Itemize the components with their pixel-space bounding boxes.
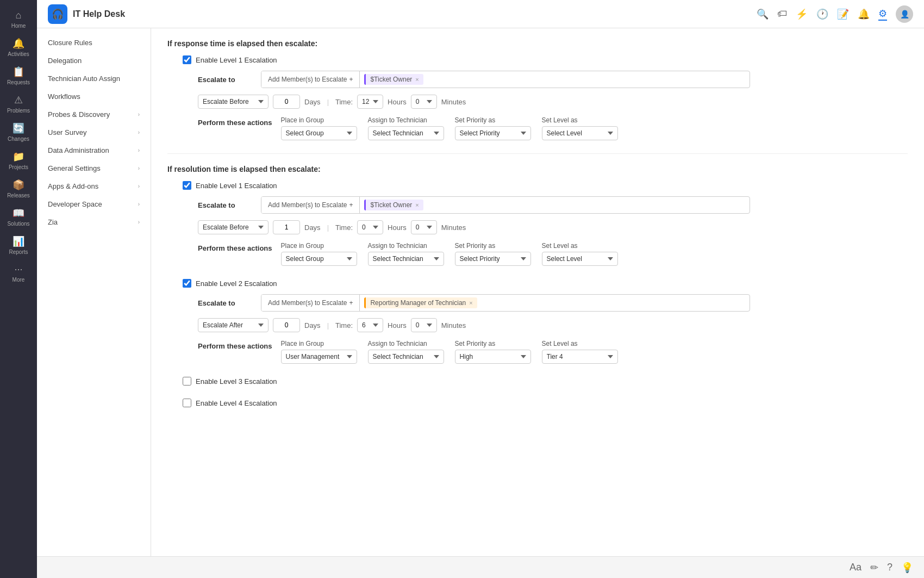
resolution-level1-timing-mode-select[interactable]: Escalate Before Escalate After <box>198 220 269 234</box>
activities-icon: 🔔 <box>13 38 24 49</box>
changes-icon: 🔄 <box>13 122 24 134</box>
response-level1-checkbox-row: Enable Level 1 Escalation <box>183 55 908 64</box>
resolution-level2-block: Enable Level 2 Escalation Escalate to Ad… <box>183 279 908 364</box>
settings-icon[interactable]: ⚙ <box>878 8 887 21</box>
resolution-level2-group-label: Place in Group <box>281 340 357 347</box>
sidebar-item-developer-space[interactable]: Developer Space › <box>37 195 151 213</box>
response-level1-tag-remove[interactable]: × <box>415 76 419 83</box>
response-level1-days-input[interactable] <box>273 95 300 109</box>
tag-icon[interactable]: 🏷 <box>777 8 787 20</box>
search-icon[interactable]: 🔍 <box>757 8 769 20</box>
resolution-level1-tag-remove[interactable]: × <box>415 202 419 208</box>
resolution-level2-group-field: Place in Group User Management Select Gr… <box>281 340 357 364</box>
sidebar-item-workflows[interactable]: Workflows <box>37 88 151 105</box>
sidebar-item-delegation[interactable]: Delegation <box>37 52 151 70</box>
resolution-level2-hours-select[interactable]: 0153045 <box>411 318 437 332</box>
nav-changes[interactable]: 🔄 Changes <box>2 118 35 146</box>
sidebar-item-user-survey[interactable]: User Survey › <box>37 123 151 141</box>
sidebar-item-probes[interactable]: Probes & Discovery › <box>37 105 151 123</box>
text-size-icon[interactable]: Aa <box>850 562 861 573</box>
response-level1-time-select[interactable]: 12 01234567891011 <box>357 95 383 109</box>
resolution-level2-technician-select[interactable]: Select Technician <box>368 350 444 364</box>
resolution-level4-checkbox[interactable] <box>183 399 191 407</box>
resolution-level2-label: Enable Level 2 Escalation <box>196 279 277 288</box>
nav-reports[interactable]: 📊 Reports <box>2 231 35 259</box>
sidebar-item-closure-rules[interactable]: Closure Rules <box>37 34 151 52</box>
avatar[interactable]: 👤 <box>896 5 913 23</box>
lightning-icon[interactable]: ⚡ <box>796 8 808 20</box>
notes-icon[interactable]: 📝 <box>837 8 849 20</box>
resolution-level1-level-select[interactable]: Select Level <box>542 252 618 266</box>
response-level1-add-member-button[interactable]: Add Member(s) to Escalate + <box>261 71 360 88</box>
edit-icon[interactable]: ✏ <box>870 562 878 574</box>
nav-more[interactable]: ··· More <box>2 259 35 287</box>
problems-icon: ⚠ <box>14 94 23 106</box>
nav-solutions[interactable]: 📖 Solutions <box>2 203 35 231</box>
resolution-level2-priority-select[interactable]: Select Priority High Low Medium <box>455 350 531 364</box>
home-icon: ⌂ <box>16 10 22 21</box>
response-level1-priority-select[interactable]: Select Priority <box>455 126 531 140</box>
sidebar-item-apps-addons[interactable]: Apps & Add-ons › <box>37 177 151 195</box>
response-level1-days-label: Days <box>304 98 321 106</box>
resolution-level2-group-select[interactable]: User Management Select Group <box>281 350 357 364</box>
history-icon[interactable]: 🕐 <box>816 8 828 20</box>
resolution-level1-checkbox[interactable] <box>183 181 191 190</box>
nav-requests[interactable]: 📋 Requests <box>2 61 35 90</box>
response-level1-timing-mode-select[interactable]: Escalate Before Escalate After <box>198 95 269 109</box>
response-level1-checkbox[interactable] <box>183 55 191 64</box>
resolution-level1-level-field: Set Level as Select Level <box>542 242 618 266</box>
nav-projects[interactable]: 📁 Projects <box>2 146 35 175</box>
resolution-level2-time-select[interactable]: 0123456789101112 <box>357 318 383 332</box>
resolution-level1-escalate-input: Add Member(s) to Escalate + $Ticket Owne… <box>261 196 750 214</box>
resolution-level1-days-input[interactable] <box>273 220 300 234</box>
resolution-level1-time-select[interactable]: 0123456789101112 <box>357 220 383 234</box>
response-level1-technician-select[interactable]: Select Technician <box>368 126 444 140</box>
resolution-level2-level-select[interactable]: Select Level Tier 1Tier 2Tier 3 Tier 4 <box>542 350 618 364</box>
theme-icon[interactable]: 💡 <box>901 562 913 574</box>
resolution-level1-block: Enable Level 1 Escalation Escalate to Ad… <box>183 181 908 266</box>
sidebar-item-technician-auto-assign[interactable]: Technician Auto Assign <box>37 70 151 88</box>
nav-activities-label: Activities <box>8 51 29 57</box>
resolution-level2-days-input[interactable] <box>273 318 300 332</box>
plus-icon: + <box>349 201 353 209</box>
sidebar-item-general-settings[interactable]: General Settings › <box>37 159 151 177</box>
resolution-level1-technician-select[interactable]: Select Technician <box>368 252 444 266</box>
resolution-level3-label: Enable Level 3 Escalation <box>196 377 277 386</box>
resolution-level1-hours-select[interactable]: 0153045 <box>411 220 437 234</box>
response-level1-level-field: Set Level as Select Level <box>542 116 618 140</box>
nav-problems[interactable]: ⚠ Problems <box>2 90 35 118</box>
resolution-level2-technician-field: Assign to Technician Select Technician <box>368 340 444 364</box>
response-level1-hours-label: Hours <box>388 98 407 106</box>
response-level1-escalate-to-row: Escalate to Add Member(s) to Escalate + … <box>198 71 908 88</box>
resolution-level2-checkbox[interactable] <box>183 279 191 288</box>
chevron-icon: › <box>138 201 140 207</box>
resolution-level1-timing-row: Escalate Before Escalate After Days | Ti… <box>198 220 908 234</box>
resolution-level3-checkbox[interactable] <box>183 377 191 386</box>
nav-reports-label: Reports <box>9 249 28 255</box>
help-icon[interactable]: ? <box>887 562 892 573</box>
resolution-level2-timing-mode-select[interactable]: Escalate Before Escalate After <box>198 318 269 332</box>
chevron-icon: › <box>138 111 140 117</box>
response-level1-level-select[interactable]: Select Level <box>542 126 618 140</box>
app-title: IT Help Desk <box>73 9 125 19</box>
response-level1-action-fields: Place in Group Select Group Assign to Te… <box>281 116 618 140</box>
chevron-icon: › <box>138 219 140 225</box>
resolution-level1-escalate-to-row: Escalate to Add Member(s) to Escalate + … <box>198 196 908 214</box>
resolution-level2-actions-label: Perform these actions <box>198 342 272 350</box>
nav-activities[interactable]: 🔔 Activities <box>2 33 35 61</box>
resolution-level1-priority-select[interactable]: Select Priority <box>455 252 531 266</box>
nav-home[interactable]: ⌂ Home <box>2 5 35 33</box>
resolution-level1-add-member-button[interactable]: Add Member(s) to Escalate + <box>261 197 360 213</box>
sidebar-item-zia[interactable]: Zia › <box>37 213 151 231</box>
resolution-level2-add-member-button[interactable]: Add Member(s) to Escalate + <box>261 295 360 311</box>
nav-releases[interactable]: 📦 Releases <box>2 175 35 203</box>
resolution-level1-group-select[interactable]: Select Group <box>281 252 357 266</box>
nav-releases-label: Releases <box>7 192 30 198</box>
response-level1-hours-select[interactable]: 0153045 <box>411 95 437 109</box>
sidebar-item-data-admin[interactable]: Data Administration › <box>37 141 151 159</box>
response-level1-group-field: Place in Group Select Group <box>281 116 357 140</box>
response-level1-group-select[interactable]: Select Group <box>281 126 357 140</box>
notifications-icon[interactable]: 🔔 <box>858 8 870 20</box>
content-area: If response time is elapsed then escalat… <box>151 28 924 556</box>
resolution-level2-tag-remove[interactable]: × <box>469 300 472 306</box>
